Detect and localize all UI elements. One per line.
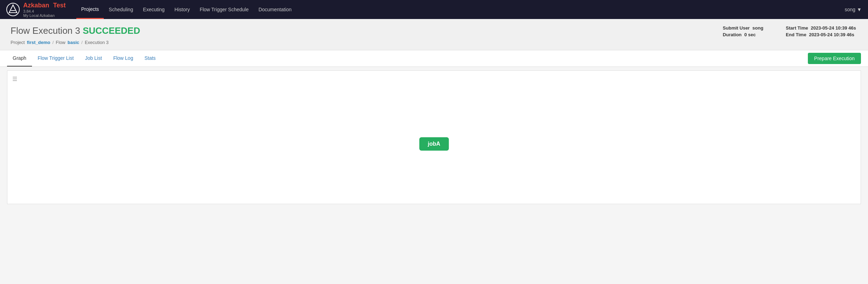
project-label: Project: [11, 40, 25, 45]
sep2: /: [81, 40, 83, 45]
svg-marker-1: [9, 5, 17, 13]
flow-link[interactable]: basic: [68, 40, 79, 45]
execution-status: SUCCEEDED: [83, 25, 140, 36]
nav-scheduling[interactable]: Scheduling: [104, 0, 138, 19]
duration-item: Duration 0 sec: [723, 32, 765, 37]
start-time-item: Start Time 2023-05-24 10:39 46s: [786, 25, 857, 31]
end-time-value: 2023-05-24 10:39 46s: [809, 32, 854, 37]
breadcrumb: Project first_demo / Flow basic / Execut…: [11, 40, 140, 45]
start-time-value: 2023-05-24 10:39 46s: [811, 25, 856, 31]
user-name: song: [845, 7, 855, 12]
execution-breadcrumb: Execution 3: [85, 40, 109, 45]
tabs-bar: Graph Flow Trigger List Job List Flow Lo…: [0, 50, 868, 67]
project-link[interactable]: first_demo: [27, 40, 50, 45]
brand-test: Test: [53, 2, 66, 9]
nav-links: Projects Scheduling Executing History Fl…: [76, 0, 845, 19]
prepare-execution-button[interactable]: Prepare Execution: [808, 53, 861, 64]
duration-label: Duration: [723, 32, 741, 37]
job-node-jobA[interactable]: jobA: [419, 137, 449, 151]
nav-executing[interactable]: Executing: [138, 0, 170, 19]
duration-value: 0 sec: [744, 32, 756, 37]
user-menu[interactable]: song ▼: [845, 7, 862, 12]
brand-text: Azkaban Test 3.84.4 My Local Azkaban: [23, 2, 66, 18]
navbar: Azkaban Test 3.84.4 My Local Azkaban Pro…: [0, 0, 868, 19]
azkaban-logo: [6, 3, 20, 16]
meta-left: Submit User song Duration 0 sec: [723, 25, 765, 37]
end-time-item: End Time 2023-05-24 10:39 46s: [786, 32, 857, 37]
submit-user-item: Submit User song: [723, 25, 765, 31]
tab-flow-log[interactable]: Flow Log: [108, 50, 139, 67]
flow-label: Flow: [56, 40, 65, 45]
nav-history[interactable]: History: [170, 0, 195, 19]
submit-user-label: Submit User: [723, 25, 750, 31]
chevron-down-icon: ▼: [857, 7, 862, 12]
tab-graph[interactable]: Graph: [7, 50, 32, 67]
list-icon: ☰: [12, 76, 17, 82]
start-time-label: Start Time: [786, 25, 808, 31]
page-header: Flow Execution 3 SUCCEEDED Project first…: [0, 19, 868, 50]
nav-flow-trigger-schedule[interactable]: Flow Trigger Schedule: [195, 0, 254, 19]
brand-version: 3.84.4: [23, 9, 66, 13]
end-time-label: End Time: [786, 32, 806, 37]
execution-label: Flow Execution 3: [11, 25, 80, 36]
graph-container: ☰ jobA: [7, 70, 861, 204]
brand-azkaban: Azkaban: [23, 2, 49, 9]
brand: Azkaban Test 3.84.4 My Local Azkaban: [6, 2, 66, 18]
submit-user-value: song: [752, 25, 763, 31]
tab-stats[interactable]: Stats: [139, 50, 161, 67]
execution-title: Flow Execution 3 SUCCEEDED: [11, 25, 140, 36]
meta-right: Start Time 2023-05-24 10:39 46s End Time…: [786, 25, 857, 37]
tab-job-list[interactable]: Job List: [79, 50, 108, 67]
sep1: /: [52, 40, 54, 45]
brand-subtitle: My Local Azkaban: [23, 13, 66, 18]
nav-documentation[interactable]: Documentation: [254, 0, 296, 19]
nav-projects[interactable]: Projects: [76, 0, 104, 19]
tab-flow-trigger-list[interactable]: Flow Trigger List: [32, 50, 79, 67]
